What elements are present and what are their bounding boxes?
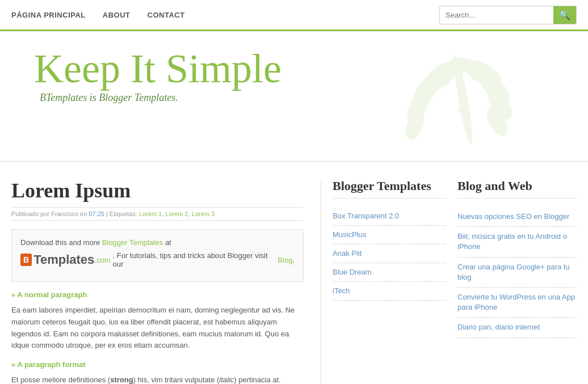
list-item: iTech <box>333 282 446 301</box>
paragraph-b-heading: » A paragraph format <box>11 360 304 369</box>
sidebar-blogger-templates: Blogger Templates Box Transparent 2.0 Mu… <box>333 179 446 384</box>
meta-time[interactable]: 07:25 <box>89 210 104 217</box>
nav-links: PÁGINA PRINCIPAL ABOUT CONTACT <box>11 11 439 19</box>
meta-label-3[interactable]: Lorem 3 <box>192 210 215 217</box>
blogger-template-2[interactable]: MusicPlus <box>333 230 366 239</box>
search-box: 🔍 <box>439 6 577 24</box>
btemplates-description: . For tutorials, tips and tricks about B… <box>112 251 276 268</box>
btemplates-logo: B Templates.com . For tutorials, tips an… <box>20 251 295 268</box>
blogger-template-4[interactable]: Blue Dream <box>333 268 372 276</box>
download-after: at <box>165 238 171 247</box>
period: . <box>292 256 295 264</box>
blog-item-4[interactable]: Convierte tu WordPress en una App para i… <box>457 292 577 313</box>
list-item: MusicPlus <box>333 226 446 244</box>
post-meta: Publicado por Francisco en 07:25 | Etiqu… <box>11 207 304 221</box>
blog-item-3[interactable]: Crear una página Google+ para tu blog <box>457 262 577 282</box>
download-box: Download this and more Blogger Templates… <box>11 229 304 282</box>
btemplates-icon: B <box>20 254 32 266</box>
site-header: Keep It Simple BTemplates is Blogger Tem… <box>0 31 588 162</box>
blogger-template-5[interactable]: iTech <box>333 286 350 295</box>
blogger-template-3[interactable]: Anak Piit <box>333 249 362 258</box>
list-item: Blue Dream <box>333 263 446 282</box>
nav-about[interactable]: ABOUT <box>103 11 131 19</box>
blog-item-1[interactable]: Nuevas opciones SEO en Blogger <box>457 212 577 222</box>
btemplates-dotcom: .com <box>94 256 110 264</box>
search-input[interactable] <box>440 7 553 23</box>
navbar: PÁGINA PRINCIPAL ABOUT CONTACT 🔍 <box>0 0 588 31</box>
blog-link[interactable]: Blog <box>278 256 292 264</box>
sidebar-blog-title: Blog and Web <box>457 179 577 199</box>
blogger-templates-list: Box Transparent 2.0 MusicPlus Anak Piit … <box>333 207 446 301</box>
download-intro: Download this and more <box>20 238 100 247</box>
list-item: Crear una página Google+ para tu blog <box>457 258 577 288</box>
main-content: Lorem Ipsum Publicado por Francisco en 0… <box>11 179 321 384</box>
meta-label-2[interactable]: Lorem 2 <box>165 210 188 217</box>
blog-item-2[interactable]: Biit, música gratis en tu Android o iPho… <box>457 231 577 252</box>
svg-point-10 <box>460 94 466 99</box>
svg-point-11 <box>458 108 463 113</box>
list-item: Box Transparent 2.0 <box>333 207 446 226</box>
meta-labels-prefix: | Etiquetas: <box>106 210 137 217</box>
main-layout: Lorem Ipsum Publicado por Francisco en 0… <box>0 162 588 384</box>
paragraph-b: Et posse meliore definitiones (strong) h… <box>11 374 304 384</box>
blogger-template-1[interactable]: Box Transparent 2.0 <box>333 212 399 220</box>
svg-point-12 <box>463 120 466 124</box>
list-item: Convierte tu WordPress en una App para i… <box>457 288 577 318</box>
leaf-decoration <box>372 43 554 156</box>
list-item: Diario pan, diario internet <box>457 318 577 337</box>
search-button[interactable]: 🔍 <box>553 6 576 24</box>
meta-published: Publicado por Francisco en <box>11 210 87 217</box>
btemplates-logo-text: Templates <box>33 252 94 267</box>
nav-contact[interactable]: CONTACT <box>148 11 185 19</box>
blog-web-list: Nuevas opciones SEO en Blogger Biit, mús… <box>457 207 577 338</box>
sidebar-blog-web: Blog and Web Nuevas opciones SEO en Blog… <box>457 179 577 384</box>
list-item: Nuevas opciones SEO en Blogger <box>457 207 577 227</box>
list-item: Biit, música gratis en tu Android o iPho… <box>457 227 577 257</box>
meta-label-1[interactable]: Lorem 1 <box>139 210 162 217</box>
download-link[interactable]: Blogger Templates <box>102 238 163 247</box>
post-title: Lorem Ipsum <box>11 179 304 202</box>
list-item: Anak Piit <box>333 244 446 263</box>
nav-pagina-principal[interactable]: PÁGINA PRINCIPAL <box>11 11 86 19</box>
sidebar-blogger-title: Blogger Templates <box>333 179 446 199</box>
blog-item-5[interactable]: Diario pan, diario internet <box>457 322 577 332</box>
paragraph-a-heading: » A normal paragraph <box>11 290 304 299</box>
paragraph-a: Ea eam labores imperdiet, apeirian democ… <box>11 305 304 352</box>
